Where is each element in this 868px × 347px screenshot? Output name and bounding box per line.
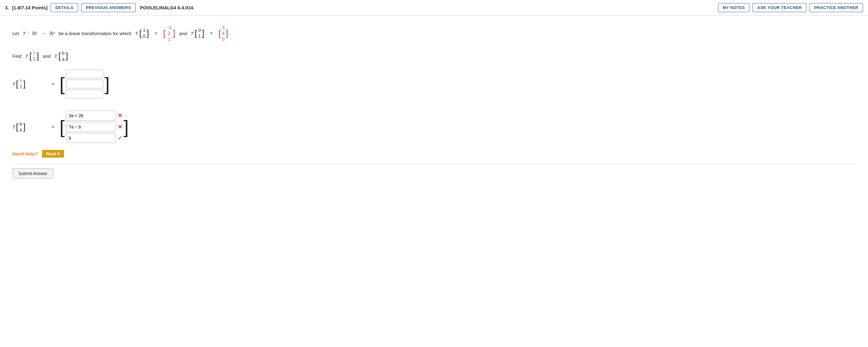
ans1-input-2[interactable] xyxy=(66,80,103,88)
find-label: Find xyxy=(12,54,22,59)
cell-ans1-1: 7 xyxy=(20,78,22,84)
header-bar: 3. [1.8/7.14 Points] DETAILS PREVIOUS AN… xyxy=(0,0,868,15)
and-1: and xyxy=(179,29,187,38)
bracket-ans1-left: [ xyxy=(16,80,18,88)
and-2: and xyxy=(43,54,51,59)
practice-another-button[interactable]: PRACTICE ANOTHER xyxy=(809,3,863,12)
T-label-2: T xyxy=(135,29,138,38)
cell-find-2-2: a xyxy=(62,56,64,62)
ask-teacher-button[interactable]: ASK YOUR TEACHER xyxy=(752,3,806,12)
find-matrix-1: [ 7 3 ] xyxy=(30,50,39,63)
ans1-matrix: [ 7 3 ] xyxy=(16,78,26,91)
big-bracket-right-1: ] xyxy=(104,68,110,99)
bracket-find-right-1: ] xyxy=(37,52,39,60)
cell-find-1-2: 3 xyxy=(33,56,35,62)
equals-ans1: = xyxy=(52,81,55,87)
cell-ans1-2: 3 xyxy=(20,84,22,90)
equals-2: = xyxy=(210,29,213,38)
let-text: Let xyxy=(12,29,19,38)
bracket-right-1: ] xyxy=(147,30,149,37)
cell-1-2: 0 xyxy=(143,33,145,39)
ans1-input-3[interactable] xyxy=(66,90,103,98)
ans2-input-3[interactable] xyxy=(66,133,116,143)
cell-out2-3: 0 xyxy=(222,36,225,42)
period-1: . xyxy=(229,29,230,38)
bracket-ans2-right: ] xyxy=(23,123,26,131)
main-content: Let T : ℝ² → ℝ³ be a linear transformati… xyxy=(0,15,868,185)
previous-answers-button[interactable]: PREVIOUS ANSWERS xyxy=(81,3,136,12)
ans1-input-1[interactable] xyxy=(66,70,103,78)
answer-matrix-bracket-1: [ ] xyxy=(59,68,110,99)
bracket-right-out2: ] xyxy=(226,30,228,37)
bracket-find-left-2: [ xyxy=(59,52,61,60)
answer-label-2: T [ b a ] xyxy=(12,121,46,133)
codomain: ℝ³ xyxy=(50,29,55,38)
cell-2-1: 0 xyxy=(198,27,201,33)
cells-find-2: b a xyxy=(61,50,66,63)
status-check-1: ✓ xyxy=(118,135,122,141)
cell-out2-1: 3 xyxy=(222,25,225,30)
T-label: T xyxy=(23,29,26,38)
answer-label-1: T [ 7 3 ] xyxy=(12,78,46,91)
cell-ans2-2: a xyxy=(20,127,22,133)
answer-inputs-col: ✕ ✕ ✓ xyxy=(65,109,124,145)
bracket-ans1-right: ] xyxy=(23,80,26,88)
arrow: → xyxy=(41,29,46,38)
input-matrix-2: [ 0 1 ] xyxy=(195,27,205,39)
cells-ans1: 7 3 xyxy=(18,78,23,91)
cell-ans2-1: b xyxy=(20,121,22,127)
description: be a linear transformation for which xyxy=(59,29,131,38)
details-button[interactable]: DETAILS xyxy=(51,3,78,12)
right-buttons: MY NOTES ASK YOUR TEACHER PRACTICE ANOTH… xyxy=(718,3,863,12)
big-bracket-left-2: [ xyxy=(59,109,65,145)
T-ans1: T xyxy=(12,82,15,87)
bracket-ans2-left: [ xyxy=(16,123,18,131)
find-section: Find T [ 7 3 ] and T [ b a ] . xyxy=(12,50,856,63)
problem-id: POOLELINALG4 6.4.014. xyxy=(140,5,194,10)
cells-2: 0 1 xyxy=(197,27,202,39)
cells-out1: −1 2 1 xyxy=(165,24,173,42)
domain: ℝ² xyxy=(32,29,37,38)
bracket-left-out1: [ xyxy=(163,30,165,37)
answer-input-row-1: ✕ xyxy=(66,111,122,121)
cell-out1-1: −1 xyxy=(167,25,172,30)
equals-ans2: = xyxy=(52,124,55,130)
cells-out2: 3 4 0 xyxy=(221,24,226,42)
ans2-matrix: [ b a ] xyxy=(16,121,26,133)
T-ans2: T xyxy=(12,124,15,130)
answer-row-2: T [ b a ] = [ ✕ ✕ xyxy=(12,109,856,145)
cells-find-1: 7 3 xyxy=(32,50,37,63)
cells-ans2: b a xyxy=(18,121,23,133)
big-bracket-left-1: [ xyxy=(59,68,65,99)
cell-out1-3: 1 xyxy=(168,36,170,42)
cell-2-2: 1 xyxy=(198,33,201,39)
T-label-3: T xyxy=(191,29,193,38)
bracket-find-right-2: ] xyxy=(66,52,68,60)
cells-1: 1 0 xyxy=(142,27,147,39)
read-it-button[interactable]: Read It xyxy=(42,150,64,158)
need-help-section: Need Help? Read It xyxy=(12,150,856,158)
answer-matrix-bracket-2: [ ✕ ✕ ✓ ] xyxy=(59,109,128,145)
answer-input-row-2: ✕ xyxy=(66,122,122,132)
bracket-left-2: [ xyxy=(195,30,197,37)
empty-inputs-col xyxy=(65,68,104,99)
answer-row-1: T [ 7 3 ] = [ ] xyxy=(12,68,856,99)
need-help-text: Need Help? xyxy=(12,151,38,156)
ans2-input-1[interactable] xyxy=(66,111,116,121)
problem-statement: Let T : ℝ² → ℝ³ be a linear transformati… xyxy=(12,24,856,42)
T-find-1: T xyxy=(25,54,28,59)
output-matrix-2: [ 3 4 0 ] xyxy=(218,24,228,42)
equals-1: = xyxy=(155,29,157,38)
my-notes-button[interactable]: MY NOTES xyxy=(718,3,750,12)
cell-find-2-1: b xyxy=(62,51,64,56)
bracket-left-1: [ xyxy=(140,30,142,37)
submit-section: Submit Answer xyxy=(12,164,856,179)
input-matrix-1: [ 1 0 ] xyxy=(140,27,149,39)
cell-out2-2: 4 xyxy=(222,30,225,36)
status-x-1: ✕ xyxy=(118,112,122,119)
submit-button[interactable]: Submit Answer xyxy=(12,168,53,179)
cell-find-1-1: 7 xyxy=(33,51,35,56)
ans2-input-2[interactable] xyxy=(66,122,116,132)
output-matrix-1: [ −1 2 1 ] xyxy=(163,24,175,42)
cell-out1-2: 2 xyxy=(168,30,170,36)
